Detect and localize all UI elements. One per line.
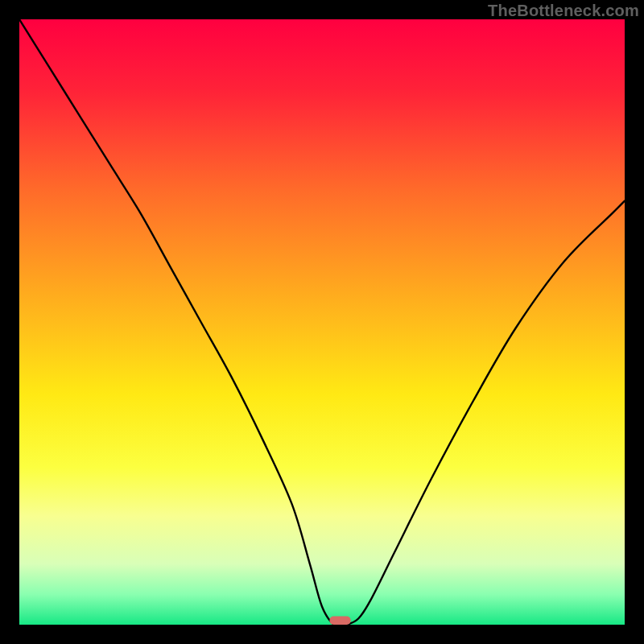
watermark-text: TheBottleneck.com bbox=[488, 2, 639, 20]
optimal-marker bbox=[329, 616, 350, 625]
chart-frame bbox=[19, 19, 625, 625]
bottleneck-chart bbox=[19, 19, 625, 625]
gradient-background bbox=[19, 19, 625, 625]
